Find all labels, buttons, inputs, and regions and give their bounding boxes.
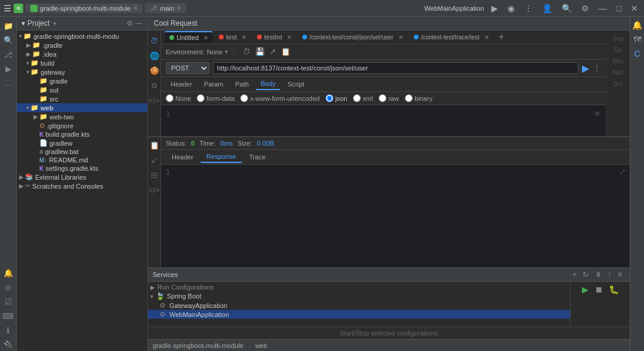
- more-button[interactable]: ⋮: [593, 63, 601, 73]
- body-type-formdata[interactable]: form-data: [197, 94, 234, 102]
- tree-item-build[interactable]: ▾ 📁 build: [17, 59, 147, 67]
- tree-item-root[interactable]: ▾ 📁 gradle-springboot-multi-modu: [17, 32, 147, 41]
- tree-item-gradlew-bat[interactable]: ▶ ≡ gradlew.bat: [17, 147, 147, 156]
- svc-item-springboot[interactable]: ▾ 🍃 Spring Boot: [148, 291, 570, 301]
- tree-item-idea[interactable]: ▶ 📁 .idea: [17, 50, 147, 59]
- sidebar-icon-git[interactable]: ⊙: [2, 281, 15, 294]
- svc-add-button[interactable]: +: [571, 270, 578, 279]
- tree-item-web-two[interactable]: ▶ 📁 web-two: [17, 112, 147, 121]
- send-button[interactable]: ▶: [582, 63, 589, 74]
- tab-context-test-json[interactable]: /context-test/const/json/set/user ✕: [298, 32, 408, 42]
- tree-item-external-libs[interactable]: ▶ 📚 External Libraries: [17, 173, 147, 181]
- nav-tab-param[interactable]: Param: [199, 79, 228, 90]
- tab-context-test-trace[interactable]: /context-test/trace/test ✕: [409, 32, 494, 42]
- nav-tab-script[interactable]: Script: [283, 79, 309, 90]
- sidebar-icon-plugin[interactable]: 🔌: [2, 338, 15, 351]
- nav-tab-body[interactable]: Body: [256, 78, 280, 90]
- tab-test[interactable]: test ✕: [214, 32, 251, 42]
- maximize-button[interactable]: □: [614, 2, 624, 14]
- search-button[interactable]: 🔍: [559, 2, 574, 14]
- cr-icon-settings[interactable]: ⚙: [150, 80, 159, 91]
- sidebar-icon-vcs[interactable]: ⎇: [2, 48, 15, 61]
- resp-icon-1[interactable]: 📋: [148, 140, 160, 151]
- nav-tab-path[interactable]: Path: [230, 79, 253, 90]
- svc-item-run-configs[interactable]: ▶ Run Configurations: [148, 283, 570, 291]
- cr-icon-cookie[interactable]: 🍪: [148, 65, 160, 76]
- tree-item-build-gradle[interactable]: ▶ K build.gradle.kts: [17, 130, 147, 138]
- run-button[interactable]: ▶: [489, 2, 500, 14]
- branch-tab[interactable]: ⎇ main ✕: [145, 3, 186, 13]
- cr-icon-time[interactable]: ⏱: [149, 35, 159, 47]
- url-input[interactable]: [213, 62, 578, 74]
- sidebar-icon-notifications[interactable]: 🔔: [2, 266, 15, 279]
- debug-button[interactable]: ◉: [505, 2, 517, 14]
- rs-icon-heatmap[interactable]: 🗺: [632, 33, 643, 45]
- project-header[interactable]: ▾ Project ▾ ⚙ —: [17, 17, 147, 30]
- body-type-xml[interactable]: xml: [353, 94, 373, 102]
- sidebar-icon-project[interactable]: 📁: [2, 19, 15, 32]
- tree-item-gradlew[interactable]: ▶ 📄 gradlew: [17, 138, 147, 147]
- resp-tab-header[interactable]: Header: [166, 152, 199, 162]
- body-type-binary[interactable]: binary: [405, 94, 432, 102]
- tab-close-test[interactable]: ✕: [242, 34, 246, 41]
- toolbar-icon-history[interactable]: ⏱: [242, 47, 252, 57]
- tree-item-gitignore[interactable]: ▶ ⊙ .gitignore: [17, 121, 147, 130]
- body-type-json[interactable]: json: [326, 94, 347, 102]
- resp-toolbar-expand-icon[interactable]: ⤢: [620, 167, 626, 176]
- svc-refresh-button[interactable]: ↻: [581, 270, 590, 279]
- svc-stop-button[interactable]: ⏹: [593, 284, 605, 295]
- rs-icon-cool-request[interactable]: C: [633, 48, 641, 60]
- settings-button[interactable]: ⚙: [579, 2, 592, 14]
- method-select[interactable]: POST GET PUT DELETE: [166, 62, 209, 74]
- response-body[interactable]: 1 ⤢: [161, 165, 630, 267]
- toolbar-icon-share[interactable]: ↗: [268, 47, 277, 57]
- tab-close-testint[interactable]: ✕: [287, 34, 292, 41]
- tab-close-trace[interactable]: ✕: [484, 34, 489, 41]
- body-type-raw[interactable]: raw: [379, 94, 399, 102]
- tree-item-out[interactable]: ▶ 📁 out: [17, 85, 147, 94]
- tree-item-src[interactable]: ▶ 📁 src: [17, 94, 147, 103]
- request-body-editor[interactable]: 1 👁: [161, 105, 606, 136]
- tab-testint[interactable]: testInt ✕: [252, 32, 296, 42]
- resp-icon-2[interactable]: ↙: [150, 155, 159, 166]
- eye-icon[interactable]: 👁: [594, 110, 601, 118]
- close-button[interactable]: ✕: [628, 2, 640, 14]
- tab-close-untitled[interactable]: ✕: [203, 35, 208, 41]
- tab-close-json[interactable]: ✕: [398, 34, 403, 41]
- project-minimize-icon[interactable]: —: [135, 19, 143, 27]
- hamburger-icon[interactable]: ☰: [4, 4, 11, 13]
- tree-item-scratches[interactable]: ▶ ✂ Scratches and Consoles: [17, 181, 147, 190]
- tree-item-gradle2[interactable]: ▶ 📁 gradle: [17, 76, 147, 85]
- svc-stop-all-button[interactable]: ⏸: [593, 270, 603, 279]
- resp-tab-trace[interactable]: Trace: [243, 152, 272, 162]
- resp-icon-4[interactable]: </>: [148, 184, 161, 196]
- sidebar-icon-run[interactable]: ▶: [2, 62, 15, 75]
- project-tab[interactable]: gradle-springboot-multi-module ✕: [26, 4, 143, 13]
- svc-item-gateway[interactable]: ⊙ GatewayApplication: [148, 301, 570, 310]
- more-run-button[interactable]: ⋮: [522, 2, 535, 14]
- cr-icon-env[interactable]: 🌐: [148, 50, 160, 61]
- minimize-button[interactable]: —: [596, 2, 609, 14]
- sidebar-icon-search[interactable]: 🔍: [2, 33, 15, 47]
- body-type-urlencoded[interactable]: x-www-form-urlencoded: [240, 94, 320, 102]
- svc-play-button[interactable]: ▶: [580, 284, 590, 295]
- svc-collapse-button[interactable]: ↑: [606, 270, 613, 279]
- sidebar-icon-more[interactable]: …: [2, 76, 15, 90]
- tree-item-web[interactable]: ▾ 📁 web: [17, 103, 147, 112]
- sidebar-icon-terminal[interactable]: ⌨: [2, 309, 15, 322]
- nav-tab-header[interactable]: Header: [166, 79, 197, 90]
- resp-tab-response[interactable]: Response: [200, 151, 242, 163]
- toolbar-icon-copy[interactable]: 📋: [280, 47, 292, 57]
- environment-select[interactable]: Environment: None ▾: [166, 48, 228, 56]
- rs-icon-notifications[interactable]: 🔔: [631, 19, 643, 31]
- svc-item-webmain[interactable]: ⊙ WebMainApplication: [148, 310, 570, 319]
- svc-close-button[interactable]: ✕: [615, 270, 625, 279]
- toolbar-icon-save[interactable]: 💾: [254, 47, 266, 57]
- project-gear-icon[interactable]: ⚙: [126, 19, 133, 27]
- account-button[interactable]: 👤: [540, 2, 555, 14]
- tree-item-gradle[interactable]: ▶ 📁 .gradle: [17, 41, 147, 50]
- svc-debug-button[interactable]: 🐛: [607, 284, 621, 295]
- resp-icon-3[interactable]: ⊟: [150, 170, 159, 181]
- sidebar-icon-tasks[interactable]: ☑: [2, 295, 15, 308]
- cr-icon-code[interactable]: </>: [148, 95, 161, 106]
